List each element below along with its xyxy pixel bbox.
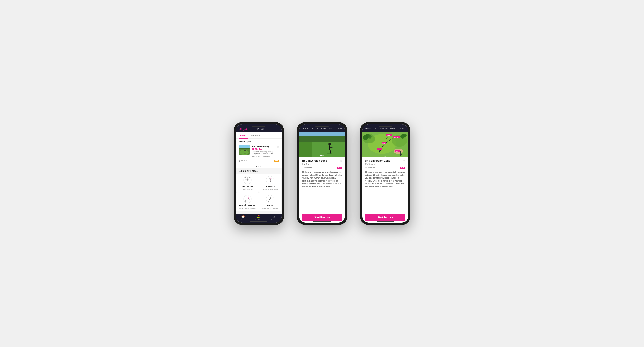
svg-point-16 (247, 180, 248, 181)
hamburger-icon[interactable]: ☰ (277, 128, 279, 131)
svg-point-17 (247, 177, 248, 177)
phone-3-screen: ‹ Back 6ft Conversion Zone Cancel (362, 124, 408, 223)
svg-point-34 (249, 199, 250, 200)
cancel-button-2[interactable]: Cancel (336, 127, 342, 130)
skill-card-atg[interactable]: Around The Green Hone your short game (236, 192, 258, 211)
nav-activities-label: Activities (255, 219, 262, 221)
phone3-detail-content: 6ft Conversion Zone ☆ 10-50 yds ⏱ 20 sho… (362, 157, 408, 212)
back-chevron-icon-3: ‹ (365, 127, 366, 130)
detail-description-2: 20 shots are randomly generated at dista… (302, 171, 342, 188)
dot-1 (256, 166, 258, 167)
clock-icon-2: ⏱ (302, 167, 304, 169)
svg-point-38 (268, 201, 269, 202)
detail-yards-3: 10-50 yds (365, 163, 406, 165)
phone1-header: clippd Practice ☰ (236, 124, 282, 133)
svg-rect-2 (238, 148, 250, 149)
tag-arg-2: ARG (336, 167, 342, 169)
tab-drills[interactable]: Drills (238, 133, 248, 139)
favourite-icon[interactable]: ☆ (277, 145, 279, 148)
svg-text:SAND: SAND (396, 151, 399, 152)
back-button-3[interactable]: ‹ Back (365, 127, 371, 130)
svg-point-32 (248, 197, 248, 198)
skill-grid: Off The Tee Power accuracy (236, 173, 282, 211)
phones-container: clippd Practice ☰ Drills Favourites Most… (234, 122, 410, 225)
phone-1: clippd Practice ☰ Drills Favourites Most… (234, 122, 284, 225)
tag-ott: OTT (274, 160, 279, 162)
phone-2: ‹ Back 6ft Conversion Zone Cancel (297, 122, 347, 225)
skill-icon-approach (266, 176, 274, 184)
drill-card-find-fairway[interactable]: Find The Fairway Off The Tee Create an i… (236, 144, 282, 164)
skill-icon-ott (243, 176, 252, 184)
svg-point-37 (270, 197, 271, 197)
skill-desc-ott: Power accuracy (242, 188, 253, 190)
phone1-content: Most Popular (236, 139, 282, 214)
detail-title-row-3: 6ft Conversion Zone ☆ (365, 159, 406, 162)
svg-point-46 (328, 143, 331, 146)
nav-home[interactable]: 🏠 Home (240, 215, 245, 221)
svg-rect-73 (400, 153, 401, 156)
skill-card-putting[interactable]: Putting Make and lag practice (259, 192, 281, 211)
phone2-title: 6ft Conversion Zone (312, 127, 332, 130)
svg-rect-75 (400, 156, 400, 157)
detail-shots-row-3: ⏱ 20 shots ARG (365, 167, 406, 169)
golf-photo-svg (299, 132, 345, 157)
clippd-logo: clippd (238, 127, 247, 131)
svg-point-26 (270, 178, 270, 179)
start-practice-button-2[interactable]: Start Practice (302, 214, 342, 221)
back-chevron-icon: ‹ (302, 127, 302, 130)
nav-capture-label: Capture (271, 219, 277, 221)
capture-icon: ⊕ (272, 215, 275, 218)
drill-shots: ⏱ 10 shots (238, 160, 248, 162)
svg-rect-45 (299, 142, 312, 157)
svg-point-29 (270, 179, 271, 180)
svg-text:Hit: Hit (378, 148, 380, 150)
phone1-header-title: Practice (258, 128, 266, 131)
phone-1-screen: clippd Practice ☰ Drills Favourites Most… (236, 124, 282, 223)
svg-point-19 (245, 177, 246, 178)
phone-3: ‹ Back 6ft Conversion Zone Cancel (360, 122, 410, 225)
golf-map-svg: Hit Miss FAIRWAY ROUGH SAND (362, 132, 408, 157)
drill-map-3: Hit Miss FAIRWAY ROUGH SAND (362, 132, 408, 157)
drill-info: Find The Fairway Off The Tee Create an i… (252, 145, 275, 157)
phone-2-screen: ‹ Back 6ft Conversion Zone Cancel (299, 124, 345, 223)
detail-shots-2: ⏱ 20 shots (302, 167, 312, 169)
detail-shots-3: ⏱ 20 shots (365, 167, 375, 169)
svg-point-4 (244, 150, 246, 151)
svg-point-31 (245, 201, 246, 202)
detail-title-3: 6ft Conversion Zone (365, 159, 390, 162)
clock-icon: ⏱ (238, 160, 240, 162)
svg-point-20 (250, 179, 251, 179)
favourite-icon-3[interactable]: ☆ (403, 159, 406, 162)
detail-yards-2: 10-50 yds (302, 163, 342, 165)
tab-favourites[interactable]: Favourites (248, 133, 263, 139)
skill-card-approach[interactable]: Approach Dial-in to hit the green (259, 174, 281, 192)
drill-subtitle: Off The Tee (252, 148, 275, 150)
nav-activities[interactable]: ⛳ Activities (255, 215, 262, 221)
detail-description-3: 20 shots are randomly generated at dista… (365, 171, 406, 188)
svg-point-27 (270, 181, 271, 182)
photo-dots-2 (320, 155, 324, 156)
detail-title-row-2: 6ft Conversion Zone ☆ (302, 159, 342, 162)
drill-dots-indicator (236, 164, 282, 168)
favourite-icon-2[interactable]: ☆ (340, 159, 342, 162)
back-button-2[interactable]: ‹ Back (302, 127, 308, 130)
skill-name-putting: Putting (267, 204, 274, 206)
skill-icon-putting (266, 195, 274, 203)
svg-point-59 (368, 135, 372, 139)
detail-shots-row-2: ⏱ 20 shots ARG (302, 167, 342, 169)
svg-text:Miss: Miss (382, 143, 386, 144)
svg-point-39 (269, 200, 270, 200)
phone3-header: ‹ Back 6ft Conversion Zone Cancel (362, 124, 408, 132)
nav-capture[interactable]: ⊕ Capture (271, 215, 277, 221)
nav-home-label: Home (240, 219, 245, 221)
svg-point-28 (270, 180, 271, 181)
skill-card-ott[interactable]: Off The Tee Power accuracy (236, 174, 258, 192)
start-practice-button-3[interactable]: Start Practice (365, 214, 406, 221)
svg-rect-76 (401, 156, 401, 157)
svg-point-18 (249, 177, 250, 178)
dot-3 (260, 166, 262, 167)
svg-point-78 (386, 156, 386, 157)
cancel-button-3[interactable]: Cancel (399, 127, 406, 130)
svg-point-77 (384, 156, 384, 157)
skill-icon-atg (243, 195, 252, 203)
